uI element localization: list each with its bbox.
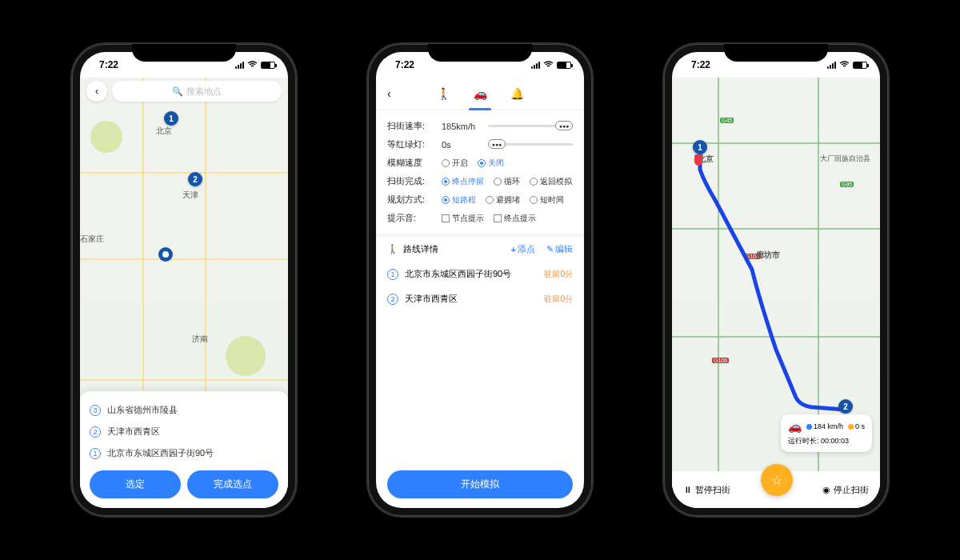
list-text: 北京市东城区西园子街90号 <box>107 447 214 459</box>
hint-row: 提示音: 节点提示 终点提示 <box>387 209 573 227</box>
map-view[interactable]: G45 G95 G104 G106 北京 廊坊市 大厂回族自治县 1 2 🚗 1… <box>672 78 880 508</box>
speed-slider[interactable]: ●●● <box>488 125 573 127</box>
back-button[interactable]: ‹ <box>86 81 107 102</box>
notch <box>428 44 532 62</box>
list-item[interactable]: 1 北京市东城区西园子街90号 <box>90 442 278 464</box>
map-view[interactable]: ‹ 🔍 搜索地点 北京 天津 济南 石家庄 1 2 3 山东省德州市陵县 <box>80 78 288 508</box>
finish-opt3[interactable]: 返回模拟 <box>530 176 572 187</box>
phone-map-selection: 7:22 ‹ 🔍 搜索地点 北京 天津 <box>72 44 296 516</box>
bell-mode-icon[interactable]: 🔔 <box>509 82 525 105</box>
back-button[interactable]: ‹ <box>387 87 391 100</box>
settings-panel: 扫街速率: 185km/h ●●● 等红绿灯: 0s ●●● 模糊速度 开启 关… <box>376 110 584 234</box>
plan-opt3[interactable]: 短时间 <box>530 194 564 206</box>
battery-icon <box>853 62 867 69</box>
runtime-value: 00:00:03 <box>821 437 849 445</box>
finish-opt1[interactable]: 终点停留 <box>442 176 484 187</box>
list-num: 2 <box>90 426 101 438</box>
map-pin-1[interactable]: 1 <box>693 140 707 154</box>
list-item[interactable]: 3 山东省德州市陵县 <box>90 399 278 421</box>
screen-2: 7:22 ‹ 🚶 🚗 🔔 扫街速率: 185km/h ●●● 等红绿灯: <box>376 52 584 508</box>
map-pin-1[interactable]: 1 <box>164 111 178 126</box>
list-num: 1 <box>90 448 101 459</box>
list-item[interactable]: 2 天津市西青区 <box>90 421 278 442</box>
route-item[interactable]: 2 天津市西青区 驻留0分 <box>376 286 584 311</box>
finish-opt2[interactable]: 循环 <box>494 176 520 187</box>
hint-opt2[interactable]: 终点提示 <box>494 213 536 224</box>
hint-opt1[interactable]: 节点提示 <box>442 213 484 224</box>
plan-opt1[interactable]: 短路程 <box>442 194 476 206</box>
car-mode-icon[interactable]: 🚗 <box>472 82 488 105</box>
speed-row: 扫街速率: 185km/h ●●● <box>387 117 573 135</box>
status-time: 7:22 <box>99 59 118 70</box>
start-simulation-button[interactable]: 开始模拟 <box>387 470 573 498</box>
map-pin-2[interactable]: 2 <box>838 399 853 414</box>
route-text: 天津市西青区 <box>405 293 458 305</box>
city-label: 北京 <box>156 126 172 137</box>
phone-running-simulation: 7:22 G45 G95 G104 G106 北京 廊坊市 大厂回族自治县 1 <box>664 44 888 516</box>
hint-label: 提示音: <box>387 212 435 224</box>
plan-label: 规划方式: <box>387 194 435 206</box>
bottom-bar: 开始模拟 <box>376 461 584 508</box>
light-slider[interactable]: ●●● <box>488 143 573 146</box>
blur-row: 模糊速度 开启 关闭 <box>387 154 573 172</box>
star-fab[interactable]: ☆ <box>761 464 793 496</box>
edit-button[interactable]: ✎ 编辑 <box>546 243 573 255</box>
stay-badge: 驻留0分 <box>544 269 573 280</box>
notch <box>724 44 828 62</box>
battery-icon <box>261 62 275 69</box>
plan-row: 规划方式: 短路程 避拥堵 短时间 <box>387 190 573 209</box>
light-value: 0s <box>442 140 482 150</box>
speed-chip: 184 km/h <box>806 422 843 430</box>
status-right <box>531 61 571 69</box>
slider-thumb[interactable]: ●●● <box>555 121 573 130</box>
map-pin-2[interactable]: 2 <box>188 172 202 186</box>
walk-mode-icon[interactable]: 🚶 <box>435 82 451 105</box>
status-right <box>235 61 275 69</box>
list-num: 3 <box>90 405 101 416</box>
blur-on-option[interactable]: 开启 <box>442 158 468 169</box>
footer: ⏸ 暂停扫街 ☆ ◉ 停止扫街 <box>672 471 880 508</box>
route-item[interactable]: 1 北京市东城区西园子街90号 驻留0分 <box>376 262 584 286</box>
stop-chip: 0 s <box>848 422 865 430</box>
route-header: 🚶‍♂️ 路线详情 + 添点 ✎ 编辑 <box>376 234 584 262</box>
status-time: 7:22 <box>395 59 414 70</box>
car-icon: 🚗 <box>788 420 802 433</box>
route-icon: 🚶‍♂️ <box>387 244 398 254</box>
speed-label: 扫街速率: <box>387 120 435 132</box>
screen-3: 7:22 G45 G95 G104 G106 北京 廊坊市 大厂回族自治县 1 <box>672 52 880 508</box>
plan-opt2[interactable]: 避拥堵 <box>486 194 520 206</box>
search-bar: ‹ 🔍 搜索地点 <box>86 81 282 102</box>
status-time: 7:22 <box>691 59 710 70</box>
pause-icon: ⏸ <box>683 485 692 494</box>
status-card: 🚗 184 km/h 0 s 运行时长: 00:00:03 <box>781 414 872 452</box>
signal-icon <box>827 62 836 69</box>
speed-value: 185km/h <box>442 122 482 131</box>
search-input[interactable]: 🔍 搜索地点 <box>112 81 282 102</box>
select-button[interactable]: 选定 <box>90 470 181 498</box>
signal-icon <box>235 62 244 69</box>
blur-off-option[interactable]: 关闭 <box>478 158 504 169</box>
route-text: 北京市东城区西园子街90号 <box>405 268 511 280</box>
battery-icon <box>557 62 571 69</box>
list-text: 天津市西青区 <box>107 426 160 438</box>
button-row: 选定 完成选点 <box>90 470 278 498</box>
notch <box>132 44 236 62</box>
selection-card: 3 山东省德州市陵县 2 天津市西青区 1 北京市东城区西园子街90号 选定 完… <box>80 391 288 508</box>
map-pin-marker[interactable] <box>158 247 173 262</box>
finish-row: 扫街完成: 终点停留 循环 返回模拟 <box>387 172 573 190</box>
slider-thumb[interactable]: ●●● <box>488 139 506 149</box>
pause-button[interactable]: ⏸ 暂停扫街 <box>683 484 730 496</box>
search-placeholder: 搜索地点 <box>186 86 222 98</box>
add-point-button[interactable]: + 添点 <box>511 243 535 255</box>
car-marker-icon <box>694 154 702 166</box>
light-row: 等红绿灯: 0s ●●● <box>387 135 573 154</box>
runtime-label: 运行时长: <box>788 437 819 445</box>
stop-button[interactable]: ◉ 停止扫街 <box>822 484 869 496</box>
mode-header: ‹ 🚶 🚗 🔔 <box>376 78 584 110</box>
wifi-icon <box>247 61 258 69</box>
finish-label: 扫街完成: <box>387 175 435 187</box>
blur-label: 模糊速度 <box>387 157 435 169</box>
city-label: 天津 <box>182 190 198 201</box>
done-button[interactable]: 完成选点 <box>187 470 278 498</box>
route-title: 路线详情 <box>403 243 438 255</box>
